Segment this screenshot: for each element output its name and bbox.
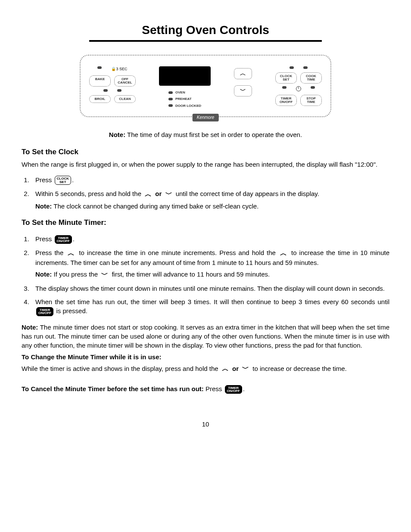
led-icon bbox=[97, 66, 102, 69]
page-number: 10 bbox=[22, 420, 389, 429]
up-chevron-icon: ︿ bbox=[68, 249, 75, 258]
display-screen bbox=[159, 66, 211, 86]
timer-step-3: The display shows the timer count down i… bbox=[31, 284, 389, 293]
led-icon bbox=[303, 66, 308, 69]
timer-onoff-button-icon: TIMER ON/OFF bbox=[225, 385, 242, 394]
down-chevron-icon: ﹀ bbox=[101, 270, 108, 280]
lock-icon: 🔒3 SEC bbox=[111, 66, 127, 72]
down-arrow-pad: ﹀ bbox=[234, 85, 252, 96]
up-chevron-icon: ︿ bbox=[145, 190, 152, 199]
clock-step-2: Within 5 seconds, press and hold the ︿ o… bbox=[31, 189, 389, 211]
stop-time-pad: STOP TIME bbox=[300, 95, 322, 106]
clock-icon bbox=[296, 86, 301, 91]
up-chevron-icon: ︿ bbox=[280, 249, 287, 258]
timer-onoff-button-icon: TIMER ON/OFF bbox=[36, 307, 53, 316]
title-rule bbox=[89, 40, 322, 42]
cancel-line: To Cancel the Minute Timer before the se… bbox=[22, 384, 389, 394]
off-cancel-pad: OFF CANCEL bbox=[114, 75, 136, 87]
preheat-indicator: PREHEAT bbox=[168, 96, 201, 101]
timer-heading: To Set the Minute Timer: bbox=[22, 218, 389, 228]
led-icon bbox=[103, 89, 108, 92]
change-text: While the timer is active and shows in t… bbox=[22, 364, 389, 374]
change-heading: To Change the Minute Timer while it is i… bbox=[22, 352, 389, 361]
clock-set-pad: CLOCK SET bbox=[275, 72, 297, 84]
led-icon bbox=[117, 89, 121, 92]
led-icon bbox=[282, 86, 286, 89]
clean-pad: CLEAN bbox=[114, 95, 136, 103]
down-chevron-icon: ﹀ bbox=[165, 190, 172, 199]
door-locked-indicator: DOOR LOCKED bbox=[168, 103, 201, 108]
top-note: Note: The time of day must first be set … bbox=[22, 130, 389, 139]
timer-onoff-pad: TIMER ON/OFF bbox=[275, 95, 297, 106]
right-pad-group: CLOCK SET COOK TIME TIMER ON/OFF STOP TI… bbox=[275, 66, 322, 106]
down-chevron-icon: ﹀ bbox=[242, 364, 249, 373]
clock-heading: To Set the Clock bbox=[22, 147, 389, 157]
clock-set-button-icon: CLOCK SET bbox=[55, 176, 71, 184]
arrow-group: ︿ ﹀ bbox=[234, 68, 252, 96]
timer-step-1: Press TIMER ON/OFF. bbox=[31, 234, 389, 244]
oven-indicator: OVEN bbox=[168, 90, 201, 95]
page-title: Setting Oven Controls bbox=[22, 22, 389, 38]
brand-badge: Kenmore bbox=[193, 114, 219, 121]
timer-note: Note: The minute timer does not start or… bbox=[22, 323, 389, 350]
timer-step-2: Press the ︿ to increase the time in one … bbox=[31, 248, 389, 280]
bake-pad: BAKE bbox=[89, 75, 111, 87]
left-pad-group: 🔒3 SEC BAKE OFF CANCEL BROIL CLEAN bbox=[89, 66, 136, 103]
timer-step-4: When the set time has run out, the timer… bbox=[31, 297, 389, 316]
up-arrow-pad: ︿ bbox=[234, 68, 252, 79]
clock-step-1: Press CLOCK SET. bbox=[31, 175, 389, 185]
cook-time-pad: COOK TIME bbox=[300, 72, 322, 84]
timer-onoff-button-icon: TIMER ON/OFF bbox=[55, 235, 72, 244]
led-icon bbox=[311, 86, 315, 89]
center-group: OVEN PREHEAT DOOR LOCKED bbox=[159, 66, 211, 110]
led-icon bbox=[290, 66, 294, 69]
clock-intro: When the range is first plugged in, or w… bbox=[22, 160, 389, 169]
up-chevron-icon: ︿ bbox=[222, 364, 229, 373]
broil-pad: BROIL bbox=[89, 95, 111, 103]
control-panel-figure: 🔒3 SEC BAKE OFF CANCEL BROIL CLEAN OVEN … bbox=[80, 55, 331, 117]
